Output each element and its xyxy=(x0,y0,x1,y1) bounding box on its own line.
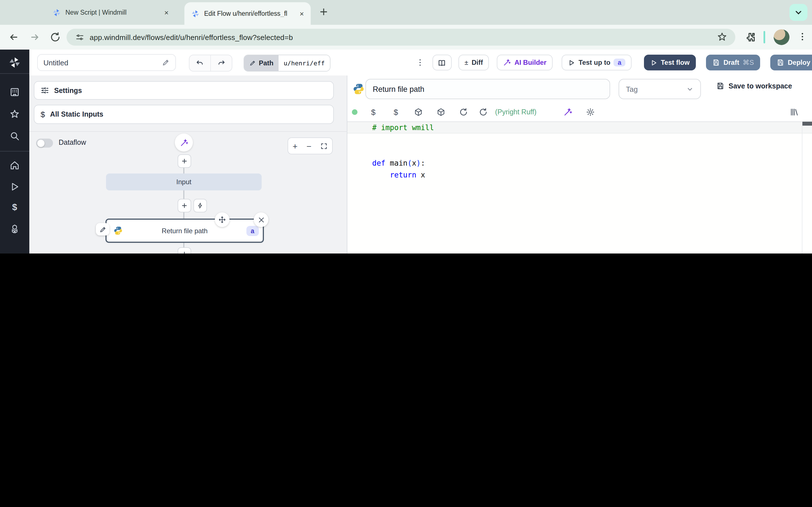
new-tab-button[interactable] xyxy=(318,6,329,17)
refresh-icon xyxy=(459,107,468,116)
ai-builder-button[interactable]: AI Builder xyxy=(497,55,553,70)
zoom-out-button[interactable]: − xyxy=(306,141,312,151)
draft-button[interactable]: Draft ⌘S xyxy=(706,55,760,70)
book-icon xyxy=(438,58,446,67)
resource-picker-button[interactable]: $ xyxy=(385,107,407,116)
add-trigger-button[interactable] xyxy=(193,199,207,212)
dollar-icon: $ xyxy=(12,202,17,212)
windmill-logo-icon[interactable] xyxy=(8,56,21,69)
extensions-button[interactable] xyxy=(744,32,756,43)
python-icon xyxy=(352,83,365,95)
step-name-input[interactable] xyxy=(365,79,610,99)
node-label: Return file path xyxy=(162,227,208,235)
flow-name-field[interactable]: Untitled xyxy=(37,54,176,71)
flow-node-input[interactable]: Input xyxy=(106,173,262,190)
save-icon xyxy=(716,82,725,90)
dollar-icon: $ xyxy=(394,107,398,116)
sliders-icon xyxy=(41,86,49,95)
test-up-to-step-badge: a xyxy=(614,59,625,66)
sidebar-item-workspace[interactable] xyxy=(9,87,20,98)
editor-scrollbar-track[interactable] xyxy=(802,122,802,253)
tab-search-button[interactable] xyxy=(790,4,808,21)
diff-label: Diff xyxy=(472,59,483,66)
sidebar-item-home[interactable] xyxy=(9,160,20,171)
tag-select[interactable]: Tag xyxy=(619,79,701,99)
add-step-button[interactable] xyxy=(177,247,191,253)
reload-button[interactable] xyxy=(50,32,61,43)
python-code-editor[interactable]: # import wmill def main(x): return x xyxy=(347,122,812,253)
add-step-button[interactable] xyxy=(177,154,191,168)
package-lock-button[interactable] xyxy=(430,107,452,116)
flow-node-step-a[interactable]: Return file path a xyxy=(105,219,264,243)
reload-lint-button[interactable] xyxy=(475,107,492,116)
sidebar-item-variables[interactable]: $ xyxy=(12,202,17,212)
tab-close-icon[interactable]: × xyxy=(300,10,304,17)
diff-button[interactable]: ± Diff xyxy=(458,55,489,70)
path-label-segment: Path xyxy=(244,55,278,71)
reload-icon xyxy=(50,32,61,43)
code-line[interactable]: return x xyxy=(347,169,812,181)
save-to-workspace-label: Save to workspace xyxy=(728,82,792,90)
move-step-handle[interactable] xyxy=(215,212,230,227)
sidebar-item-runs[interactable] xyxy=(9,181,20,192)
library-button[interactable] xyxy=(783,107,805,116)
back-button[interactable] xyxy=(8,32,19,43)
undo-redo-group xyxy=(189,55,232,71)
code-line[interactable] xyxy=(347,145,812,157)
draft-shortcut: ⌘S xyxy=(743,59,754,66)
step-id-badge: a xyxy=(246,226,259,236)
tab-title: New Script | Windmill xyxy=(65,9,126,16)
docs-button[interactable] xyxy=(432,55,451,70)
sidebar-divider xyxy=(0,151,29,152)
browser-tab-inactive[interactable]: New Script | Windmill × xyxy=(47,3,174,21)
undo-button[interactable] xyxy=(190,55,211,71)
code-line[interactable] xyxy=(347,133,812,145)
add-step-button[interactable] xyxy=(177,199,191,212)
save-to-workspace-button[interactable]: Save to workspace xyxy=(716,82,792,90)
redo-button[interactable] xyxy=(211,55,232,71)
zoom-in-button[interactable]: + xyxy=(293,141,298,151)
edit-step-button[interactable] xyxy=(96,223,109,235)
variable-picker-button[interactable]: $ xyxy=(362,107,385,116)
bookmark-button[interactable] xyxy=(717,32,727,42)
pencil-icon[interactable] xyxy=(162,59,170,66)
dataflow-label: Dataflow xyxy=(59,138,86,147)
arrow-right-icon xyxy=(29,32,41,43)
delete-step-button[interactable] xyxy=(254,212,268,227)
forward-button[interactable] xyxy=(29,32,41,43)
site-info-icon[interactable] xyxy=(75,33,84,41)
plus-icon xyxy=(181,202,188,209)
sidebar-item-resources[interactable] xyxy=(9,224,20,235)
plus-icon xyxy=(318,6,329,17)
code-line[interactable]: # import wmill xyxy=(347,122,812,133)
reload-deps-button[interactable] xyxy=(452,107,475,116)
dataflow-toggle[interactable] xyxy=(36,138,53,148)
test-flow-button[interactable]: Test flow xyxy=(644,55,696,70)
ai-flow-wand-button[interactable] xyxy=(175,133,193,152)
magic-wand-icon xyxy=(564,107,573,116)
chevron-down-icon xyxy=(686,86,694,93)
ai-assist-button[interactable] xyxy=(557,107,579,116)
more-options-button[interactable] xyxy=(415,58,424,67)
editor-scrollbar-thumb[interactable] xyxy=(802,122,812,126)
code-line[interactable]: def main(x): xyxy=(347,157,812,169)
address-bar[interactable]: app.windmill.dev/flows/edit/u/henri/effo… xyxy=(66,29,735,46)
deploy-button[interactable]: Deploy xyxy=(770,55,812,70)
path-button[interactable]: Path u/henri/eff xyxy=(244,55,331,71)
test-up-to-button[interactable]: Test up to a xyxy=(562,55,631,70)
sidebar-item-favorites[interactable] xyxy=(9,109,20,119)
all-static-inputs-button[interactable]: $ All Static Inputs xyxy=(34,105,334,124)
tab-close-icon[interactable]: × xyxy=(164,9,168,16)
windmill-logo-icon xyxy=(52,8,61,17)
browser-menu-button[interactable] xyxy=(797,32,808,42)
package-button[interactable] xyxy=(407,107,430,116)
all-static-inputs-label: All Static Inputs xyxy=(50,110,103,118)
browser-tab-active[interactable]: Edit Flow u/henri/effortless_fl × xyxy=(185,2,311,25)
sidebar-item-search[interactable] xyxy=(9,131,20,142)
flow-settings-button[interactable]: Settings xyxy=(34,81,334,100)
lint-status: (Pyright Ruff) xyxy=(492,108,540,116)
fullscreen-icon[interactable] xyxy=(320,142,327,150)
editor-settings-button[interactable] xyxy=(579,107,602,116)
avatar[interactable] xyxy=(774,29,790,45)
test-flow-label: Test flow xyxy=(661,59,690,66)
